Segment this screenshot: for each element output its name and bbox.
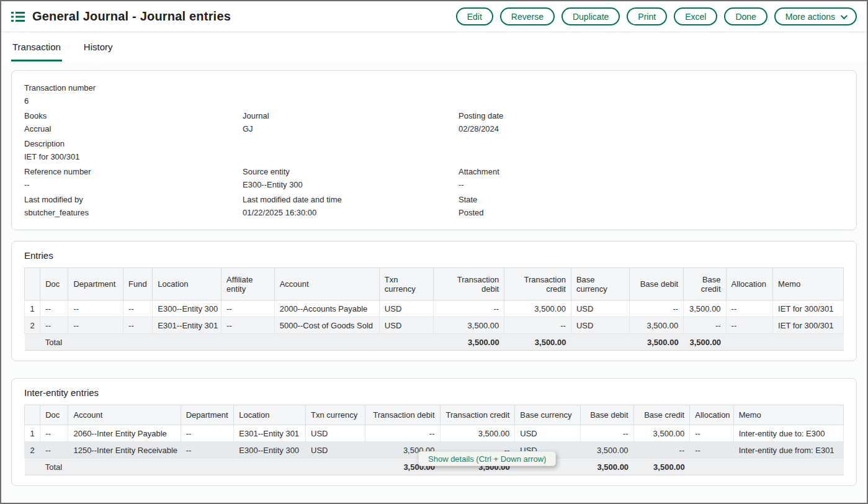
cell-base-currency: USD	[571, 300, 629, 317]
field-journal: Journal GJ	[243, 111, 459, 133]
row-number: 2	[25, 442, 40, 459]
ie-col-transaction-credit: Transaction credit	[440, 405, 515, 425]
cell-department: --	[68, 317, 123, 334]
entries-col-transaction-debit: Transaction debit	[434, 268, 504, 300]
cell-base-credit: --	[633, 442, 690, 459]
inter-entity-header-row: Doc Account Department Location Txn curr…	[25, 405, 844, 425]
inter-entity-row-1[interactable]: 1 -- 2060--Inter Entity Payable -- E301-…	[25, 425, 844, 442]
last-modified-by-value: sbutcher_features	[24, 208, 243, 217]
entries-panel: Entries Doc Department Fund Location A	[11, 241, 857, 361]
transaction-details-panel: Transaction number 6 Books Accrual Journ…	[11, 70, 857, 230]
total-base-debit: 3,500.00	[581, 459, 634, 475]
total-label: Total	[40, 459, 68, 475]
field-state: State Posted	[459, 195, 844, 217]
entries-header-row: Doc Department Fund Location Affiliate e…	[25, 268, 844, 300]
cell-memo: Inter-entity due to: E300	[733, 425, 843, 442]
chevron-down-icon	[841, 12, 848, 19]
total-transaction-credit: 3,500.00	[504, 334, 571, 351]
cell-allocation: --	[726, 300, 773, 317]
field-source-entity: Source entity E300--Entity 300	[243, 167, 459, 189]
ie-col-base-currency: Base currency	[515, 405, 581, 425]
transaction-number-value: 6	[24, 96, 243, 106]
cell-location: E301--Entity 301	[234, 425, 306, 442]
cell-fund: --	[123, 317, 153, 334]
cell-doc: --	[40, 317, 68, 334]
ie-col-base-credit: Base credit	[633, 405, 690, 425]
cell-base-currency: USD	[571, 317, 629, 334]
row-number: 1	[25, 425, 40, 442]
field-reference-number: Reference number --	[24, 167, 243, 189]
cell-doc: --	[40, 442, 68, 459]
edit-button[interactable]: Edit	[456, 7, 493, 25]
transaction-number-label: Transaction number	[24, 83, 243, 92]
done-button[interactable]: Done	[724, 7, 767, 25]
journal-list-icon[interactable]	[11, 11, 25, 22]
entries-col-rownum	[25, 268, 40, 300]
ie-col-location: Location	[234, 405, 306, 425]
books-value: Accrual	[24, 124, 243, 133]
cell-base-debit: 3,500.00	[629, 317, 684, 334]
ie-col-memo: Memo	[733, 405, 843, 425]
posting-date-label: Posting date	[459, 111, 844, 120]
print-button[interactable]: Print	[627, 7, 667, 25]
more-actions-label: More actions	[785, 12, 835, 22]
reference-number-value: --	[24, 180, 243, 189]
entries-title: Entries	[24, 250, 844, 261]
cell-account: 2000--Accounts Payable	[274, 300, 379, 317]
inter-entity-title: Inter-entity entries	[24, 387, 844, 398]
tooltip-text: Show details (Ctrl + Down arrow)	[428, 454, 546, 464]
total-spacer	[25, 459, 40, 475]
cell-txn-currency: USD	[379, 317, 434, 334]
cell-base-debit: 3,500.00	[581, 442, 634, 459]
cell-location: E300--Entity 300	[153, 300, 221, 317]
cell-department: --	[68, 300, 123, 317]
duplicate-button[interactable]: Duplicate	[562, 7, 620, 25]
cell-base-debit: --	[581, 425, 634, 442]
inter-entity-panel: Inter-entity entries Doc Account Departm…	[11, 378, 857, 486]
entries-col-affiliate-entity: Affiliate entity	[221, 268, 275, 300]
entries-table: Doc Department Fund Location Affiliate e…	[24, 268, 844, 351]
cell-base-currency: USD	[515, 425, 581, 442]
entries-total-row: Total 3,500.00 3,500.00 3,500.00 3,500.0…	[25, 334, 844, 351]
cell-txn-currency: USD	[306, 425, 365, 442]
cell-txn-currency: USD	[306, 442, 365, 459]
cell-transaction-debit: --	[434, 300, 504, 317]
cell-transaction-debit: --	[365, 425, 440, 442]
field-last-modified-datetime: Last modified date and time 01/22/2025 1…	[243, 195, 459, 217]
total-transaction-debit: 3,500.00	[434, 334, 504, 351]
total-spacer	[25, 334, 40, 351]
entries-col-transaction-credit: Transaction credit	[504, 268, 571, 300]
cell-memo: Inter-entity due from: E301	[733, 442, 843, 459]
entries-col-memo: Memo	[773, 268, 844, 300]
attachment-value: --	[459, 180, 844, 189]
entries-col-doc: Doc	[40, 268, 68, 300]
entries-col-department: Department	[68, 268, 123, 300]
entries-row-2[interactable]: 2 -- -- -- E301--Entity 301 -- 5000--Cos…	[25, 317, 844, 334]
cell-base-credit: 3,500.00	[684, 300, 726, 317]
cell-department: --	[181, 425, 234, 442]
reference-number-label: Reference number	[24, 167, 243, 176]
entries-col-base-currency: Base currency	[571, 268, 629, 300]
last-modified-datetime-value: 01/22/2025 16:30:00	[243, 208, 459, 217]
cell-transaction-debit: 3,500.00	[434, 317, 504, 334]
excel-button[interactable]: Excel	[674, 7, 717, 25]
page-title: General Journal - Journal entries	[32, 9, 231, 24]
field-attachment: Attachment --	[459, 167, 844, 189]
last-modified-by-label: Last modified by	[24, 195, 243, 204]
source-entity-label: Source entity	[243, 167, 459, 176]
cell-location: E300--Entity 300	[234, 442, 306, 459]
more-actions-button[interactable]: More actions	[774, 7, 857, 25]
tab-history[interactable]: History	[83, 32, 114, 61]
entries-row-1[interactable]: 1 -- -- -- E300--Entity 300 -- 2000--Acc…	[25, 300, 844, 317]
journal-label: Journal	[243, 111, 459, 120]
entries-col-location: Location	[153, 268, 221, 300]
entries-col-txn-currency: Txn currency	[379, 268, 434, 300]
entries-col-fund: Fund	[123, 268, 153, 300]
cell-allocation: --	[690, 425, 733, 442]
reverse-button[interactable]: Reverse	[500, 7, 555, 25]
cell-base-debit: --	[629, 300, 684, 317]
source-entity-value: E300--Entity 300	[243, 180, 459, 189]
cell-doc: --	[40, 425, 68, 442]
field-transaction-number: Transaction number 6	[24, 83, 243, 106]
tab-transaction[interactable]: Transaction	[11, 32, 62, 61]
